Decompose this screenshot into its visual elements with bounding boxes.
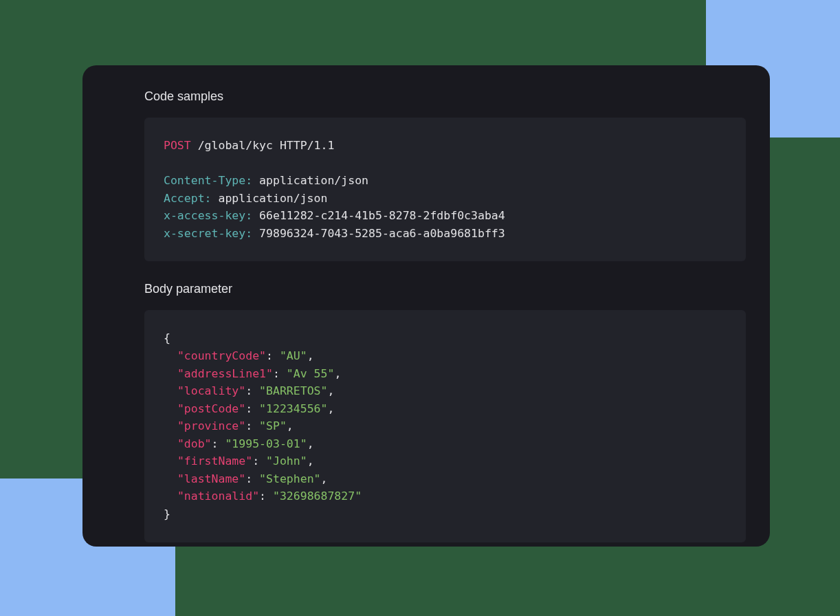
json-key: "lastName" [177,472,245,485]
json-value: "SP" [259,419,287,432]
json-comma: , [334,367,341,380]
json-open-brace: { [164,329,727,347]
header-label: x-secret-key: [164,227,252,240]
json-field-line: "countryCode": "AU", [164,347,727,365]
json-indent [164,367,177,380]
json-colon: : [245,419,259,432]
http-path: /global/kyc HTTP/1.1 [191,139,335,152]
json-comma: , [327,402,334,415]
header-content-type: Content-Type: application/json [164,172,727,190]
http-code-block: POST /global/kyc HTTP/1.1 Content-Type: … [144,118,746,261]
json-comma: , [321,472,328,485]
json-key: "postCode" [177,402,245,415]
json-field-line: "lastName": "Stephen", [164,470,727,488]
json-close-brace: } [164,505,727,523]
json-indent [164,454,177,468]
header-accept: Accept: application/json [164,190,727,208]
json-key: "nationalid" [177,490,259,503]
json-field-line: "firstName": "John", [164,452,727,470]
json-indent [164,437,177,450]
json-key: "addressLine1" [177,367,273,380]
header-label: x-access-key: [164,209,252,222]
json-key: "dob" [177,437,212,450]
json-key: "province" [177,419,245,432]
http-method: POST [164,139,191,152]
json-indent [164,402,177,415]
header-x-access-key: x-access-key: 66e11282-c214-41b5-8278-2f… [164,207,727,225]
json-value: "John" [266,454,307,468]
json-value: "Stephen" [259,472,320,485]
json-field-line: "postCode": "12234556", [164,400,727,418]
json-comma: , [307,349,314,362]
json-colon: : [259,490,273,503]
json-colon: : [266,349,280,362]
json-value: "BARRETOS" [259,384,327,397]
http-request-line: POST /global/kyc HTTP/1.1 [164,137,727,155]
json-colon: : [212,437,225,450]
body-code-block: { "countryCode": "AU", "addressLine1": "… [144,310,746,542]
json-comma: , [307,437,314,450]
json-value: "1995-03-01" [225,437,307,450]
json-field-line: "nationalid": "32698687827" [164,487,727,505]
json-comma: , [307,454,314,468]
json-indent [164,384,177,397]
json-indent [164,349,177,362]
json-value: "AU" [280,349,307,362]
json-field-line: "locality": "BARRETOS", [164,382,727,400]
json-colon: : [245,472,259,485]
json-colon: : [273,367,287,380]
header-value: application/json [252,174,368,187]
header-value: application/json [212,192,328,205]
json-indent [164,419,177,432]
blank-line [164,155,727,173]
json-fields: "countryCode": "AU", "addressLine1": "Av… [164,347,727,505]
json-indent [164,472,177,485]
json-comma: , [287,419,294,432]
json-colon: : [245,402,259,415]
code-samples-heading: Code samples [144,89,746,104]
header-label: Content-Type: [164,174,252,187]
body-parameter-heading: Body parameter [144,282,746,296]
json-value: "Av 55" [287,367,335,380]
json-key: "firstName" [177,454,252,468]
header-value: 66e11282-c214-41b5-8278-2fdbf0c3aba4 [252,209,505,222]
json-key: "countryCode" [177,349,266,362]
json-colon: : [252,454,266,468]
json-value: "12234556" [259,402,327,415]
header-x-secret-key: x-secret-key: 79896324-7043-5285-aca6-a0… [164,225,727,243]
json-indent [164,490,177,503]
code-card: Code samples POST /global/kyc HTTP/1.1 C… [82,65,770,547]
json-value: "32698687827" [273,490,362,503]
header-label: Accept: [164,192,212,205]
json-field-line: "province": "SP", [164,417,727,435]
json-key: "locality" [177,384,245,397]
header-value: 79896324-7043-5285-aca6-a0ba9681bff3 [252,227,505,240]
json-comma: , [327,384,334,397]
json-field-line: "addressLine1": "Av 55", [164,365,727,383]
json-colon: : [245,384,259,397]
json-field-line: "dob": "1995-03-01", [164,435,727,453]
